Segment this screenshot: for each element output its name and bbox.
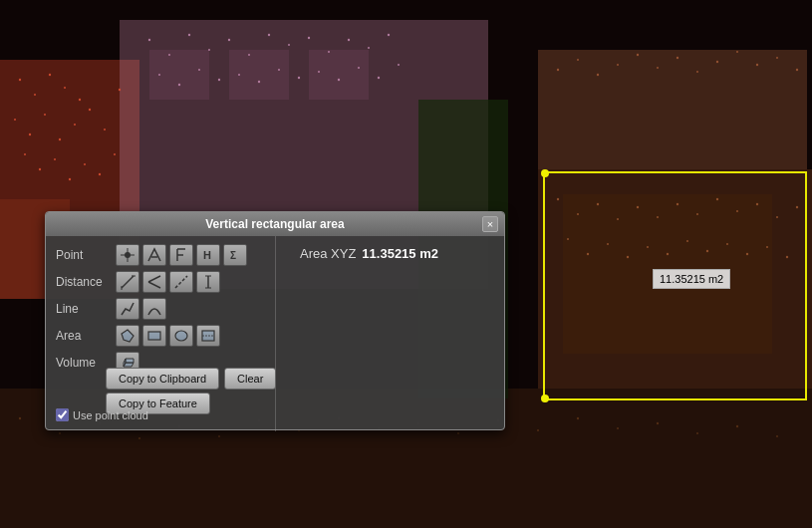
distance-tool-3[interactable] — [169, 271, 193, 293]
svg-point-92 — [736, 51, 738, 53]
measurement-result-panel: Area XYZ 11.35215 m2 — [290, 236, 504, 431]
area-xyz-label: Area XYZ — [300, 246, 356, 261]
svg-point-97 — [59, 432, 61, 434]
svg-point-90 — [696, 71, 698, 73]
svg-point-37 — [248, 54, 250, 56]
svg-point-30 — [99, 173, 101, 175]
svg-point-12 — [19, 79, 21, 81]
svg-point-94 — [776, 57, 778, 59]
point-tool-3[interactable] — [169, 244, 193, 266]
svg-point-111 — [617, 427, 619, 429]
svg-point-42 — [348, 39, 350, 41]
svg-point-16 — [79, 99, 81, 101]
svg-point-93 — [756, 64, 758, 66]
svg-point-113 — [696, 432, 698, 434]
svg-point-20 — [59, 138, 61, 140]
area-buttons — [116, 325, 220, 347]
svg-point-25 — [24, 153, 26, 155]
dialog-divider — [275, 236, 276, 431]
close-button[interactable]: × — [482, 216, 498, 232]
svg-marker-134 — [122, 330, 134, 342]
point-tool-4[interactable]: H — [196, 244, 220, 266]
point-tool-5[interactable]: Σ — [223, 244, 247, 266]
svg-point-34 — [188, 34, 190, 36]
svg-point-51 — [278, 69, 280, 71]
clear-button[interactable]: Clear — [224, 368, 276, 390]
svg-point-89 — [677, 57, 678, 59]
svg-point-27 — [54, 158, 56, 160]
svg-point-22 — [89, 109, 91, 111]
svg-point-84 — [577, 59, 579, 61]
svg-point-24 — [119, 89, 121, 91]
area-xyz-value: 11.35215 m2 — [362, 246, 438, 261]
svg-point-99 — [138, 437, 140, 439]
area-tool-4[interactable] — [196, 325, 220, 347]
point-label: Point — [56, 248, 116, 262]
svg-point-88 — [657, 67, 659, 69]
copy-to-clipboard-button[interactable]: Copy to Clipboard — [106, 368, 219, 390]
line-tool-1[interactable] — [116, 298, 139, 320]
area-tool-1[interactable] — [116, 325, 139, 347]
svg-point-47 — [198, 69, 200, 71]
corner-bottom-left — [541, 395, 549, 402]
point-tool-1[interactable] — [116, 244, 139, 266]
area-tool-2[interactable] — [142, 325, 166, 347]
area-label: Area — [56, 329, 116, 343]
use-point-cloud-row: Use point cloud — [56, 408, 148, 421]
svg-point-56 — [378, 77, 380, 79]
svg-text:Σ: Σ — [230, 250, 236, 261]
area-result-row: Area XYZ 11.35215 m2 — [300, 246, 494, 261]
svg-point-32 — [148, 39, 150, 41]
distance-tool-1[interactable] — [116, 271, 139, 293]
svg-point-52 — [298, 77, 300, 79]
svg-point-28 — [69, 178, 71, 180]
svg-rect-7 — [538, 50, 807, 169]
svg-point-110 — [577, 417, 579, 419]
dialog-panel: Vertical rectangular area × Point H — [45, 211, 505, 430]
use-point-cloud-checkbox[interactable] — [56, 408, 69, 421]
svg-point-39 — [288, 44, 290, 46]
svg-point-53 — [318, 71, 320, 73]
svg-point-35 — [208, 49, 210, 51]
svg-line-128 — [148, 276, 160, 282]
svg-point-13 — [34, 94, 36, 96]
svg-point-40 — [308, 37, 310, 39]
svg-point-41 — [328, 51, 330, 53]
use-point-cloud-label: Use point cloud — [73, 409, 148, 421]
svg-point-19 — [44, 114, 46, 116]
distance-tool-4[interactable] — [196, 271, 220, 293]
svg-rect-135 — [148, 332, 160, 340]
svg-text:H: H — [203, 249, 211, 261]
svg-point-83 — [557, 69, 559, 71]
svg-point-114 — [736, 425, 738, 427]
svg-point-38 — [268, 34, 270, 36]
svg-point-109 — [537, 429, 539, 431]
dialog-title: Vertical rectangular area — [68, 217, 482, 231]
svg-point-91 — [716, 61, 718, 63]
distance-label: Distance — [56, 275, 116, 289]
svg-point-57 — [398, 64, 400, 66]
point-tool-2[interactable] — [142, 244, 166, 266]
svg-point-95 — [796, 69, 798, 71]
svg-point-23 — [104, 129, 106, 131]
svg-point-107 — [457, 432, 459, 434]
svg-point-18 — [29, 133, 31, 135]
svg-point-36 — [228, 39, 230, 41]
svg-line-130 — [175, 276, 187, 288]
dialog-titlebar: Vertical rectangular area × — [46, 212, 504, 236]
scene-measurement-label: 11.35215 m2 — [653, 269, 730, 289]
line-tool-2[interactable] — [142, 298, 166, 320]
svg-point-43 — [368, 47, 370, 49]
svg-point-55 — [358, 67, 360, 69]
distance-tool-2[interactable] — [142, 271, 166, 293]
svg-point-54 — [338, 79, 340, 81]
svg-point-86 — [617, 64, 619, 66]
line-buttons — [116, 298, 166, 320]
svg-line-125 — [122, 276, 134, 288]
svg-point-26 — [39, 168, 41, 170]
svg-point-96 — [19, 417, 21, 419]
scene-area-value: 11.35215 m2 — [660, 273, 723, 285]
corner-top-left — [541, 169, 549, 177]
area-tool-3[interactable] — [169, 325, 193, 347]
line-label: Line — [56, 302, 116, 316]
